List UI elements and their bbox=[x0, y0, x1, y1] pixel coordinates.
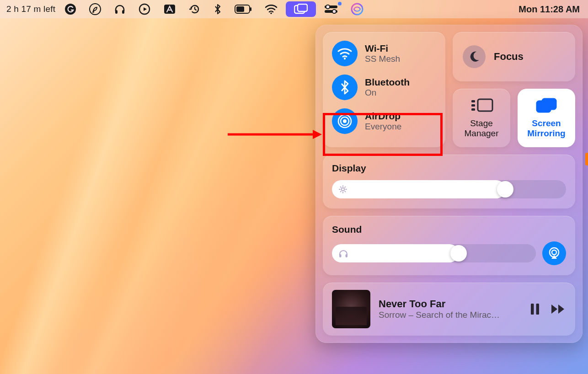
wifi-sub: SS Mesh bbox=[365, 54, 400, 64]
svg-rect-21 bbox=[478, 99, 492, 111]
stage-manager-icon bbox=[470, 97, 493, 114]
control-center-panel: Wi-Fi SS Mesh Bluetooth On AirDrop bbox=[315, 25, 583, 343]
svg-rect-26 bbox=[542, 99, 556, 109]
svg-rect-28 bbox=[339, 254, 342, 257]
sun-icon bbox=[338, 185, 347, 194]
wifi-toggle[interactable]: Wi-Fi SS Mesh bbox=[329, 37, 439, 70]
svg-point-9 bbox=[270, 12, 272, 14]
highlight-arrow bbox=[228, 129, 323, 140]
svg-rect-22 bbox=[471, 100, 475, 102]
bluetooth-title: Bluetooth bbox=[365, 77, 410, 88]
airplay-audio-button[interactable] bbox=[542, 241, 566, 265]
wifi-icon bbox=[332, 41, 358, 66]
sound-volume-slider[interactable] bbox=[332, 244, 536, 262]
svg-point-16 bbox=[352, 4, 363, 15]
connectivity-card: Wi-Fi SS Mesh Bluetooth On AirDrop bbox=[323, 32, 445, 147]
moon-icon bbox=[463, 45, 486, 68]
svg-point-17 bbox=[344, 58, 346, 59]
menubar-clock[interactable]: Mon 11:28 AM bbox=[512, 4, 580, 15]
display-slider-knob[interactable] bbox=[497, 181, 513, 198]
grammarly-icon[interactable] bbox=[58, 0, 83, 18]
siri-icon[interactable] bbox=[344, 0, 370, 18]
wifi-title: Wi-Fi bbox=[365, 43, 400, 54]
display-brightness-slider[interactable] bbox=[332, 180, 566, 198]
bluetooth-toggle[interactable]: Bluetooth On bbox=[329, 70, 439, 104]
svg-point-15 bbox=[332, 10, 336, 13]
svg-rect-23 bbox=[471, 104, 475, 107]
headphones-icon[interactable] bbox=[107, 0, 132, 18]
screen-mirroring-label: Screen Mirroring bbox=[527, 118, 565, 139]
airdrop-icon bbox=[332, 108, 358, 134]
stage-manager-label: Stage Manager bbox=[465, 118, 499, 139]
svg-point-18 bbox=[343, 119, 347, 123]
svg-point-30 bbox=[552, 250, 556, 255]
battery-menubar-icon[interactable] bbox=[228, 0, 258, 18]
bluetooth-sub: On bbox=[365, 88, 410, 98]
battery-time-text: 2 h 17 m left bbox=[6, 0, 58, 18]
window-edge-accent bbox=[585, 153, 588, 166]
svg-point-0 bbox=[65, 4, 76, 15]
now-playing-card[interactable]: Never Too Far Sorrow – Search of the Mir… bbox=[323, 283, 575, 336]
display-title: Display bbox=[332, 163, 566, 174]
airdrop-toggle[interactable]: AirDrop Everyone bbox=[329, 104, 439, 138]
airdrop-sub: Everyone bbox=[365, 122, 401, 132]
focus-label: Focus bbox=[494, 51, 524, 63]
screen-mirroring-toggle[interactable]: Screen Mirroring bbox=[518, 89, 575, 147]
bluetooth-menubar-icon[interactable] bbox=[207, 0, 228, 18]
sound-card: Sound bbox=[323, 216, 575, 275]
headphones-small-icon bbox=[338, 249, 348, 258]
svg-rect-8 bbox=[250, 7, 251, 11]
airplay-icon bbox=[547, 246, 561, 260]
now-playing-title: Never Too Far bbox=[379, 298, 521, 310]
control-center-menubar-icon[interactable] bbox=[318, 0, 344, 18]
now-playing-subtitle: Sorrow – Search of the Mirac… bbox=[379, 310, 521, 320]
sound-slider-knob[interactable] bbox=[450, 245, 467, 262]
svg-rect-2 bbox=[115, 10, 118, 14]
focus-toggle[interactable]: Focus bbox=[453, 32, 575, 81]
svg-rect-24 bbox=[471, 108, 475, 111]
display-card: Display bbox=[323, 155, 575, 208]
svg-rect-33 bbox=[536, 304, 540, 315]
svg-rect-11 bbox=[298, 4, 307, 11]
screen-mirroring-menubar-icon[interactable] bbox=[286, 1, 316, 17]
svg-point-13 bbox=[326, 5, 330, 9]
album-art bbox=[332, 290, 370, 328]
airdrop-title: AirDrop bbox=[365, 111, 401, 122]
screen-mirroring-icon bbox=[536, 97, 557, 114]
wifi-menubar-icon[interactable] bbox=[258, 0, 284, 18]
rocket-icon[interactable] bbox=[83, 0, 107, 18]
pause-button[interactable] bbox=[529, 303, 540, 315]
svg-rect-32 bbox=[531, 304, 534, 315]
menubar: 2 h 17 m left bbox=[0, 0, 588, 18]
bluetooth-icon bbox=[332, 75, 358, 100]
next-track-button[interactable] bbox=[551, 304, 566, 315]
svg-rect-7 bbox=[236, 6, 244, 12]
keyboard-input-icon[interactable] bbox=[157, 0, 182, 18]
play-circle-icon[interactable] bbox=[132, 0, 157, 18]
svg-rect-3 bbox=[122, 10, 124, 14]
svg-point-1 bbox=[90, 4, 101, 15]
svg-point-27 bbox=[342, 188, 344, 191]
timemachine-icon[interactable] bbox=[182, 0, 207, 18]
svg-rect-29 bbox=[346, 254, 348, 257]
sound-title: Sound bbox=[332, 224, 566, 235]
stage-manager-toggle[interactable]: Stage Manager bbox=[453, 89, 510, 147]
